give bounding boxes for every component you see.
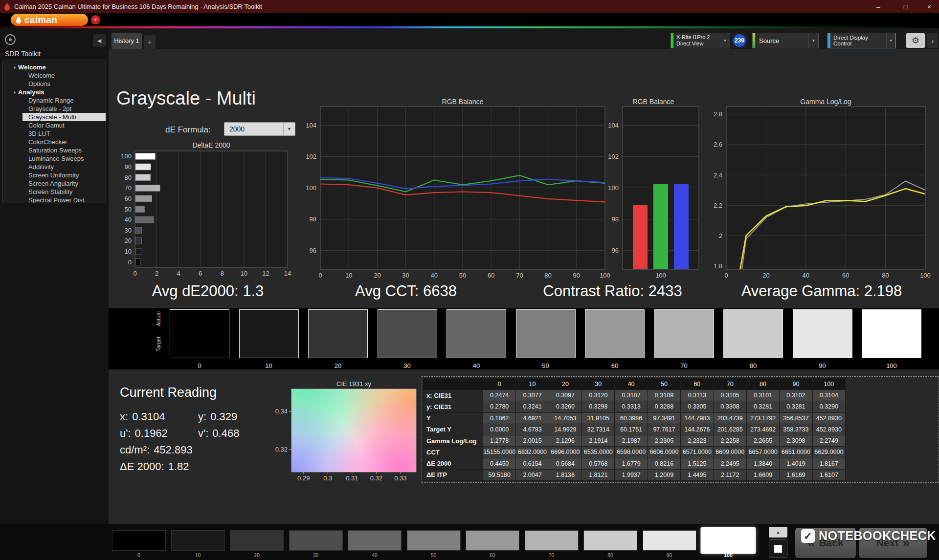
sidebar-item-color-gamut[interactable]: Color Gamut [3,121,106,129]
sidebar-item-additivity[interactable]: Additivity [3,163,106,171]
svg-text:10: 10 [125,248,132,255]
sidebar-item-screen-angularity[interactable]: Screen Angularity [3,179,106,188]
calman-logo[interactable]: calman [11,14,88,26]
svg-text:2: 2 [155,270,158,277]
swatch-40[interactable] [447,309,506,358]
swatch-100[interactable] [862,309,921,358]
pattern-patch-label-10: 10 [171,552,225,558]
sidebar-item-grayscale-multi[interactable]: Grayscale - Multi [22,113,106,121]
swatch-80[interactable] [723,309,783,358]
svg-text:0.29: 0.29 [297,474,310,482]
meter-dropdown[interactable]: X-Rite i1Pro 2 Direct View ▼ [671,33,730,48]
pattern-patch-50[interactable] [407,530,461,551]
pattern-up-button[interactable]: ▲ [769,527,787,538]
stat-avg-cct: Avg CCT: 6638 [313,282,499,302]
table-cell: 273.4692 [746,424,779,435]
sidebar-home-button[interactable] [5,34,16,45]
cie-chart-title: CIE 1931 xy [291,380,416,388]
table-row-label: ΔE ITP [424,469,483,480]
pattern-patch-10[interactable] [171,530,225,551]
table-row: CCT15155.00006832.00006696.00006535.0000… [424,447,846,458]
swatch-label-100: 100 [862,362,921,369]
table-col-30: 30 [582,379,615,390]
pattern-window-button[interactable] [769,539,787,558]
swatch-label-60: 60 [585,362,645,369]
u-value: 0.1962 [135,427,168,439]
table-cell: 2.3098 [780,435,812,447]
table-row: x: CIE310.24740.30770.30970.31200.31070.… [424,390,846,401]
swatch-90[interactable] [793,309,852,358]
pattern-patch-label-40: 40 [348,552,402,558]
table-cell: 1.8167 [812,458,845,469]
pattern-patch-20[interactable] [230,530,284,551]
sidebar-item-dynamic-range[interactable]: Dynamic Range [3,96,106,105]
tree-section-welcome[interactable]: ▴Welcome [3,63,106,71]
pattern-patch-40[interactable] [348,530,402,551]
source-dropdown[interactable]: Source ▼ [752,33,819,48]
table-cell: 0.3109 [648,390,680,401]
pattern-patch-0[interactable] [112,530,166,551]
table-row-label: CCT [424,447,483,458]
swatch-50[interactable] [516,309,576,358]
swatch-10[interactable] [239,309,299,358]
table-cell: 2.0047 [516,469,549,480]
table-col-0: 0 [483,379,516,390]
sidebar-collapse-button[interactable]: ◀ [93,34,106,47]
pattern-bar: ▲ « Back Next » 0102030405060708090100 [0,524,939,560]
expander-icon: ▴ [14,90,16,94]
forward-button[interactable]: › [927,33,938,48]
swatch-20[interactable] [308,309,368,358]
sidebar-item-screen-uniformity[interactable]: Screen Uniformity [3,171,106,179]
table-cell: 31.9105 [582,412,615,424]
pattern-patch-80[interactable] [583,530,637,551]
sidebar-item-3d-lut[interactable]: 3D LUT [3,129,106,138]
sidebar-item-saturation-sweeps[interactable]: Saturation Sweeps [3,146,106,154]
pattern-patch-70[interactable] [525,530,579,551]
swatch-30[interactable] [378,309,437,358]
swatch-label-30: 30 [378,362,437,369]
sidebar-item-welcome[interactable]: Welcome [3,71,106,80]
pattern-patch-30[interactable] [289,530,343,551]
sidebar-item-grayscale-2pt[interactable]: Grayscale - 2pt [3,105,106,113]
svg-text:70: 70 [516,272,523,279]
tab-history1[interactable]: History 1 [112,33,142,49]
de-formula-select[interactable]: 2000 ▼ [224,122,295,136]
pattern-patch-60[interactable] [466,530,519,551]
logo-droplet-icon [16,16,22,23]
swatch-0[interactable] [170,309,229,358]
svg-text:96: 96 [612,247,619,254]
svg-text:104: 104 [608,122,619,129]
sidebar-item-screen-stability[interactable]: Screen Stability [3,188,106,196]
logo-menu-button[interactable]: ▼ [91,15,100,24]
pattern-patch-90[interactable] [643,530,696,551]
svg-text:2: 2 [719,232,722,239]
settings-gear-button[interactable]: ⚙ [906,33,925,48]
actual-row-label: Actual [156,311,161,326]
maximize-button[interactable]: □ [896,0,916,13]
display-control-dropdown[interactable]: Direct Display Control ▼ [827,33,896,48]
swatch-60[interactable] [585,309,645,358]
sidebar-item-colorchecker[interactable]: ColorChecker [3,138,106,146]
pattern-patch-label-100: 100 [701,552,755,558]
minimize-button[interactable]: – [869,0,888,13]
swatch-70[interactable] [654,309,714,358]
table-cell: 0.4450 [483,458,516,469]
sidebar-item-spectral-power-dist-[interactable]: Spectral Power Dist. [3,196,106,203]
table-cell: 2.1914 [582,435,615,447]
rgb-balance-line-chart: RGB Balance 0102030405060708090100969810… [298,98,611,283]
svg-text:90: 90 [125,163,132,171]
close-button[interactable]: × [919,0,939,13]
table-cell: 6609.0000 [714,447,746,458]
pattern-patch-100[interactable] [700,527,756,554]
table-cell: 4.6921 [516,412,549,424]
table-cell: 6832.0000 [516,447,549,458]
add-tab-button[interactable]: + [144,35,156,49]
tree-section-analysis[interactable]: ▴Analysis [3,88,106,96]
table-col-40: 40 [615,379,648,390]
sidebar-item-luminance-sweeps[interactable]: Luminance Sweeps [3,154,106,163]
sidebar-item-options[interactable]: Options [3,80,106,88]
svg-text:100: 100 [920,272,931,279]
table-cell: 97.3491 [648,412,680,424]
luminance-value: 452.893 [154,444,193,456]
watermark-check-icon: ✓ [801,529,815,543]
